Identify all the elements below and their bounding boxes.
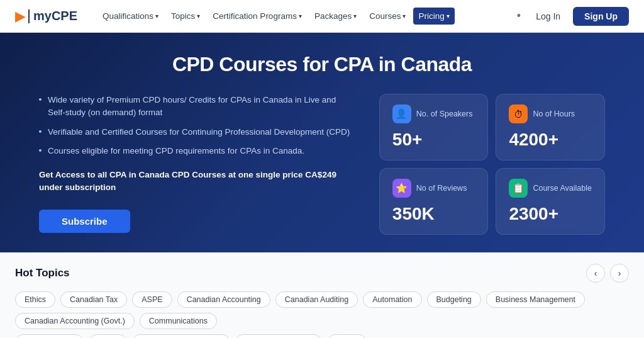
hero-point-2: Verifiable and Certified Courses for Con… <box>39 126 354 138</box>
carousel-prev-button[interactable]: ‹ <box>586 264 605 283</box>
hours-icon: ⏱ <box>509 104 528 123</box>
topic-tags-row1: EthicsCanadian TaxASPECanadian Accountin… <box>15 291 629 329</box>
chevron-down-icon: ▾ <box>402 13 406 20</box>
hero-cta-text: Get Access to all CPA in Canada CPD Cour… <box>39 169 354 194</box>
bullet-icon <box>39 130 42 133</box>
nav-pricing[interactable]: Pricing ▾ <box>413 8 454 25</box>
topic-tag[interactable]: Business Management <box>486 291 585 308</box>
topic-tag[interactable]: Financial management <box>132 334 230 338</box>
subscribe-button[interactable]: Subscribe <box>39 210 130 233</box>
hot-topics-title: Hot Topics <box>15 267 70 279</box>
navbar: ▶ myCPE Qualifications ▾ Topics ▾ Certif… <box>0 0 644 33</box>
login-button[interactable]: Log In <box>528 8 568 25</box>
hero-content: Wide variety of Premium CPD hours/ Credi… <box>39 94 605 235</box>
bullet-icon <box>39 98 42 101</box>
nav-qualifications[interactable]: Qualifications ▾ <box>97 8 164 25</box>
stat-header: 👤 No. of Speakers <box>392 104 475 123</box>
speakers-icon: 👤 <box>392 104 411 123</box>
hero-left: Wide variety of Premium CPD hours/ Credi… <box>39 94 354 235</box>
topic-tags-row2: Data AnalyticsExcelFinancial managementF… <box>15 334 629 338</box>
carousel-next-button[interactable]: › <box>610 264 629 283</box>
nav-packages[interactable]: Packages ▾ <box>309 8 362 25</box>
carousel-controls: ‹ › <box>586 264 629 283</box>
nav-courses[interactable]: Courses ▾ <box>364 8 411 25</box>
stat-header: 📋 Course Available <box>509 179 592 198</box>
stat-reviews-value: 350K <box>392 204 475 224</box>
chevron-down-icon: ▾ <box>155 13 158 20</box>
topic-tag[interactable]: ASPE <box>132 291 172 308</box>
topic-tag[interactable]: Automation <box>363 291 421 308</box>
hero-section: CPD Courses for CPA in Canada Wide varie… <box>0 33 644 252</box>
nav-topics[interactable]: Topics ▾ <box>166 8 205 25</box>
hot-topics-header: Hot Topics ‹ › <box>15 264 629 283</box>
chevron-down-icon: ▾ <box>353 13 357 20</box>
hot-topics-section: Hot Topics ‹ › EthicsCanadian TaxASPECan… <box>0 252 644 338</box>
stat-speakers-value: 50+ <box>392 130 475 150</box>
topic-tag[interactable]: Financial Reporting <box>235 334 322 338</box>
more-options-icon[interactable]: • <box>514 9 523 23</box>
hero-stats: 👤 No. of Speakers 50+ ⏱ No of Hours 4200… <box>379 94 605 235</box>
stat-courses: 📋 Course Available 2300+ <box>496 168 605 235</box>
chevron-down-icon: ▾ <box>299 13 302 20</box>
topic-tag[interactable]: Canadian Auditing <box>275 291 358 308</box>
topic-tag[interactable]: Budgeting <box>427 291 481 308</box>
courses-icon: 📋 <box>509 179 528 198</box>
logo-text: myCPE <box>33 9 77 23</box>
logo-divider <box>28 9 30 23</box>
topic-tag[interactable]: Communications <box>140 313 217 329</box>
logo[interactable]: ▶ myCPE <box>15 8 77 25</box>
stat-header: ⭐ No of Reviews <box>392 179 475 198</box>
topic-tag[interactable]: Fraud <box>327 334 367 338</box>
bullet-icon <box>39 149 42 152</box>
topic-tag[interactable]: Data Analytics <box>15 334 84 338</box>
stat-courses-value: 2300+ <box>509 204 592 224</box>
topic-tag[interactable]: Canadian Accounting <box>177 291 270 308</box>
topic-tag[interactable]: Canadian Tax <box>60 291 127 308</box>
logo-play-icon: ▶ <box>15 8 26 25</box>
topic-tag[interactable]: Canadian Accounting (Govt.) <box>15 313 135 329</box>
hero-point-1: Wide variety of Premium CPD hours/ Credi… <box>39 94 354 120</box>
nav-right: • Log In Sign Up <box>514 7 629 26</box>
nav-certification[interactable]: Certification Programs ▾ <box>208 8 307 25</box>
topic-tag[interactable]: Excel <box>89 334 127 338</box>
hero-title: CPD Courses for CPA in Canada <box>172 53 472 76</box>
stat-reviews: ⭐ No of Reviews 350K <box>379 168 489 235</box>
signup-button[interactable]: Sign Up <box>573 7 629 26</box>
chevron-down-icon: ▾ <box>197 13 200 20</box>
topic-tag[interactable]: Ethics <box>15 291 55 308</box>
chevron-down-icon: ▾ <box>447 13 450 20</box>
stat-header: ⏱ No of Hours <box>509 104 592 123</box>
stat-hours: ⏱ No of Hours 4200+ <box>496 94 605 161</box>
hero-point-3: Courses eligible for meeting CPD require… <box>39 145 354 157</box>
stat-hours-value: 4200+ <box>509 130 592 150</box>
stat-speakers: 👤 No. of Speakers 50+ <box>379 94 489 161</box>
reviews-icon: ⭐ <box>392 179 411 198</box>
nav-links: Qualifications ▾ Topics ▾ Certification … <box>97 8 514 25</box>
